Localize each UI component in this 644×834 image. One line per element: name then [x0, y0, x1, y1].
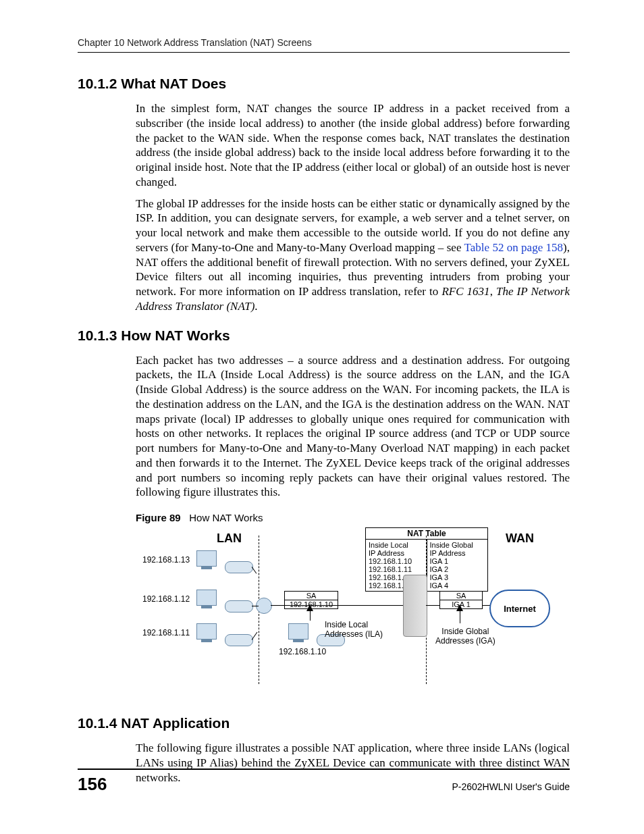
host-icon — [196, 590, 217, 606]
cell: IGA 2 — [430, 565, 485, 573]
heading-10-1-4: 10.1.4 NAT Application — [78, 715, 570, 731]
guide-name: P-2602HWLNI User's Guide — [452, 781, 570, 792]
host-icon — [196, 550, 217, 567]
para: In the simplest form, NAT changes the so… — [136, 101, 570, 190]
text: . — [254, 300, 257, 313]
col-header: Inside Local IP Address — [369, 541, 424, 557]
ip-label: 192.168.1.12 — [142, 595, 190, 604]
sa-label: SA — [285, 592, 338, 600]
running-head: Chapter 10 Network Address Translation (… — [78, 37, 570, 48]
ip-label: 192.168.1.11 — [142, 629, 190, 638]
cell: 192.168.1.10 — [369, 557, 424, 565]
arrow-shaft — [310, 610, 311, 621]
heading-10-1-2: 10.1.2 What NAT Does — [78, 76, 570, 92]
switch-icon — [225, 634, 253, 646]
wan-label: WAN — [506, 531, 534, 546]
host-icon — [288, 623, 308, 640]
col-header: Inside Global IP Address — [430, 541, 485, 557]
sa-label: SA — [440, 592, 482, 600]
ila-label: Inside Local Addresses (ILA) — [325, 621, 383, 640]
page-number: 156 — [78, 774, 107, 795]
xref-table-52[interactable]: Table 52 on page 158 — [464, 241, 564, 254]
arrow-up-icon — [456, 604, 463, 611]
iga-label: Inside Global Addresses (IGA) — [435, 627, 495, 646]
text: , — [490, 285, 496, 298]
body-10-1-3: Each packet has two addresses – a source… — [136, 353, 570, 500]
wire — [252, 632, 258, 640]
page-footer: 156 P-2602HWLNI User's Guide — [78, 768, 570, 795]
header-rule — [78, 52, 570, 53]
ip-label: 192.168.1.10 — [279, 648, 326, 657]
figure-title: How NAT Works — [189, 512, 263, 523]
footer-rule — [78, 768, 570, 770]
cell: IGA 1 — [430, 557, 485, 565]
arrow-up-icon — [306, 604, 313, 611]
switch-icon — [225, 600, 253, 613]
internet-cloud: Internet — [489, 590, 550, 627]
arrow-shaft — [460, 610, 460, 623]
body-10-1-2: In the simplest form, NAT changes the so… — [136, 101, 570, 314]
figure-label: Figure 89 — [136, 512, 181, 523]
rfc-ref: RFC 1631 — [441, 285, 489, 298]
heading-10-1-3: 10.1.3 How NAT Works — [78, 328, 570, 344]
para: Each packet has two addresses – a source… — [136, 353, 570, 500]
ip-label: 192.168.1.13 — [142, 556, 190, 565]
figure-89: LAN WAN NAT Table Inside Local IP Addres… — [136, 527, 554, 688]
router-icon — [403, 575, 427, 637]
switch-icon — [225, 561, 253, 573]
cell: IGA 4 — [430, 581, 485, 590]
cell: 192.168.1.11 — [369, 565, 424, 573]
figure-caption: Figure 89 How NAT Works — [136, 512, 570, 523]
wire — [252, 606, 259, 606]
host-icon — [196, 623, 217, 640]
wire — [271, 605, 406, 606]
para: The global IP addresses for the inside h… — [136, 197, 570, 314]
lan-label: LAN — [217, 531, 242, 546]
nat-table-title: NAT Table — [366, 528, 487, 540]
cell: IGA 3 — [430, 573, 485, 581]
